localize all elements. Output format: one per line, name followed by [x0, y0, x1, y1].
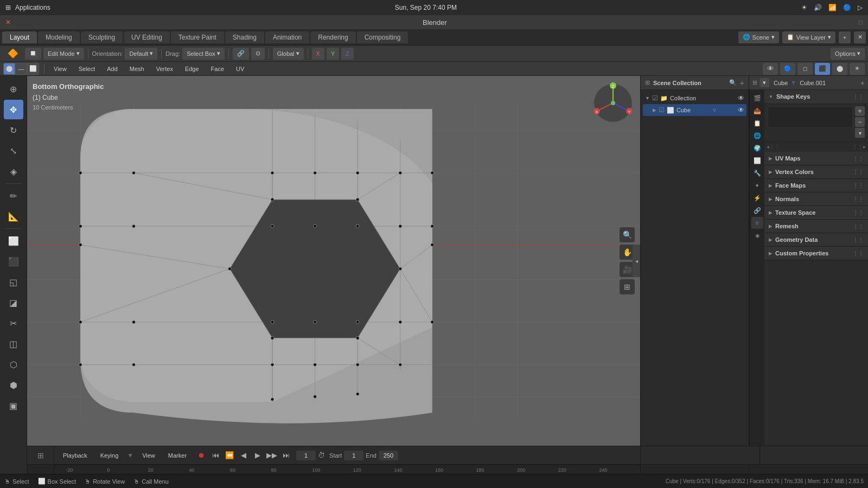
cursor-tool-btn[interactable]: ⊕	[4, 79, 23, 99]
shape-key-more-btn[interactable]: ▾	[855, 128, 865, 138]
shading-btn[interactable]: 🔵	[780, 63, 795, 75]
knife-tool-btn[interactable]: ✂	[4, 313, 23, 333]
options-btn[interactable]: Options ▾	[831, 48, 865, 60]
x-axis-btn[interactable]: X	[312, 48, 324, 60]
loop-cut-tool-btn[interactable]: ◪	[4, 293, 23, 312]
tab-uv-editing[interactable]: UV Editing	[124, 31, 170, 43]
bevel-tool-btn[interactable]: ◱	[4, 272, 23, 292]
current-frame-input[interactable]	[296, 451, 316, 460]
scroll-right-btn[interactable]: ⋮⋮▸	[852, 144, 866, 150]
outliner-collection-check[interactable]: ☑	[652, 94, 658, 102]
face-menu-btn[interactable]: Face	[207, 63, 228, 74]
wireframe-btn[interactable]: ◻	[797, 63, 813, 75]
outliner-collection-item[interactable]: ▼ ☑ 📁 Collection 👁	[643, 92, 746, 104]
outliner-cube-item[interactable]: ▶ ☑ ⬜ Cube ▿ 👁	[643, 104, 746, 116]
spin-tool-btn[interactable]: ⬡	[4, 355, 23, 374]
data-props-add-btn[interactable]: +	[860, 79, 865, 87]
props-particles-icon[interactable]: ✦	[751, 179, 763, 191]
viewport-grid-btn[interactable]: ⊞	[620, 279, 635, 294]
z-axis-btn[interactable]: Z	[341, 48, 354, 60]
tab-compositing[interactable]: Compositing	[357, 31, 409, 43]
add-menu-btn[interactable]: Add	[103, 63, 122, 74]
shape-key-remove-btn[interactable]: −	[855, 117, 865, 127]
face-select-btn[interactable]: ⬜	[27, 63, 39, 75]
view-layer-dropdown[interactable]: 📋 View Layer ▾	[782, 31, 835, 43]
props-world-icon[interactable]: 🌍	[751, 142, 763, 154]
tab-sculpting[interactable]: Sculpting	[81, 31, 123, 43]
view-menu-btn[interactable]: View	[49, 63, 71, 74]
viewport-3d[interactable]: Bottom Orthographic (1) Cube 10 Centimet…	[27, 76, 640, 446]
view-type-btn[interactable]: 🔲	[25, 48, 41, 60]
frame-start-input[interactable]	[344, 451, 363, 460]
keying-menu-btn[interactable]: Keying	[96, 450, 123, 461]
window-close-icon[interactable]: ✕	[5, 18, 11, 26]
tab-shading[interactable]: Shading	[225, 31, 264, 43]
shear-tool-btn[interactable]: ▣	[4, 396, 23, 415]
scroll-left-btn[interactable]: ◂⋮⋮	[767, 144, 780, 150]
timeline-marker-menu-btn[interactable]: Marker	[164, 450, 191, 461]
playback-menu-btn[interactable]: Playback	[59, 450, 92, 461]
scale-tool-btn[interactable]: ⤡	[4, 141, 23, 160]
proportional-btn[interactable]: ⊙	[251, 48, 265, 60]
window-maximize-icon[interactable]: □	[859, 18, 863, 26]
props-data-icon[interactable]: ▿	[751, 217, 763, 229]
inset-tool-btn[interactable]: ⬛	[4, 252, 23, 271]
scene-filter-btn[interactable]: 🔍	[729, 79, 737, 86]
custom-props-header[interactable]: ▶ Custom Properties ⋮⋮	[764, 247, 868, 260]
scene-dropdown[interactable]: 🌐 Scene ▾	[738, 31, 779, 43]
close-scene-btn[interactable]: ✕	[854, 31, 866, 43]
timeline-record-btn[interactable]: ⏺	[195, 450, 207, 461]
poly-build-tool-btn[interactable]: ◫	[4, 334, 23, 354]
props-output-icon[interactable]: 📤	[751, 105, 763, 117]
outliner-cube-eye[interactable]: 👁	[738, 106, 744, 114]
mode-dropdown[interactable]: Edit Mode ▾	[43, 48, 84, 60]
shape-keys-header[interactable]: ▼ Shape Keys ⋮⋮	[764, 90, 868, 103]
orientation-dropdown[interactable]: Default ▾	[125, 48, 157, 60]
normals-header[interactable]: ▶ Normals ⋮⋮	[764, 192, 868, 206]
timeline-jump-back-btn[interactable]: ⏪	[224, 450, 235, 461]
move-tool-btn[interactable]: ✥	[4, 100, 23, 119]
geometry-data-header[interactable]: ▶ Geometry Data ⋮⋮	[764, 233, 868, 246]
rendered-btn[interactable]: ☀	[850, 63, 865, 75]
vertex-colors-header[interactable]: ▶ Vertex Colors ⋮⋮	[764, 165, 868, 178]
props-object-icon[interactable]: ⬜	[751, 155, 763, 166]
texture-space-header[interactable]: ▶ Texture Space ⋮⋮	[764, 206, 868, 219]
timeline-skip-start-btn[interactable]: ⏮	[209, 450, 221, 461]
props-view-layer-icon[interactable]: 📋	[751, 117, 763, 129]
face-maps-header[interactable]: ▶ Face Maps ⋮⋮	[764, 179, 868, 192]
edge-menu-btn[interactable]: Edge	[181, 63, 203, 74]
timeline-settings-btn[interactable]: ⊞	[37, 451, 44, 460]
snap-btn[interactable]: 🔗	[233, 48, 249, 60]
collapse-right-panel-btn[interactable]: ◂	[633, 245, 640, 277]
material-btn[interactable]: ⬤	[832, 63, 847, 75]
smooth-tool-btn[interactable]: ⬢	[4, 375, 23, 395]
timeline-skip-end-btn[interactable]: ⏭	[280, 450, 292, 461]
shape-key-add-btn[interactable]: +	[855, 106, 865, 116]
annotate-tool-btn[interactable]: ✏	[4, 186, 23, 206]
timeline-view-menu-btn[interactable]: View	[138, 450, 159, 461]
vertex-menu-btn[interactable]: Vertex	[152, 63, 177, 74]
frame-end-input[interactable]	[379, 451, 398, 460]
props-scene-icon[interactable]: 🌐	[751, 130, 763, 142]
uv-menu-btn[interactable]: UV	[232, 63, 248, 74]
tab-modeling[interactable]: Modeling	[38, 31, 80, 43]
props-constraints-icon[interactable]: 🔗	[751, 204, 763, 216]
timeline-step-back-btn[interactable]: ◀	[238, 450, 250, 461]
props-render-icon[interactable]: 🎬	[751, 92, 763, 104]
y-axis-btn[interactable]: Y	[327, 48, 339, 60]
measure-tool-btn[interactable]: 📐	[4, 207, 23, 226]
timeline-play-btn[interactable]: ▶	[252, 450, 264, 461]
select-menu-btn[interactable]: Select	[74, 63, 100, 74]
drag-dropdown[interactable]: Select Box ▾	[182, 48, 225, 60]
remesh-header[interactable]: ▶ Remesh ⋮⋮	[764, 220, 868, 233]
scene-collection-add-btn[interactable]: +	[740, 79, 744, 87]
rotate-tool-btn[interactable]: ↻	[4, 120, 23, 140]
props-modifier-icon[interactable]: 🔧	[751, 167, 763, 179]
viewport-zoom-search-btn[interactable]: 🔍	[620, 227, 635, 242]
tab-texture-paint[interactable]: Texture Paint	[171, 31, 224, 43]
timeline-step-forward-btn[interactable]: ▶▶	[266, 450, 278, 461]
overlay-btn[interactable]: 👁	[763, 63, 778, 75]
outliner-cube-check[interactable]: ☑	[659, 106, 665, 114]
props-material-icon[interactable]: ◈	[751, 229, 763, 241]
props-physics-icon[interactable]: ⚡	[751, 192, 763, 204]
